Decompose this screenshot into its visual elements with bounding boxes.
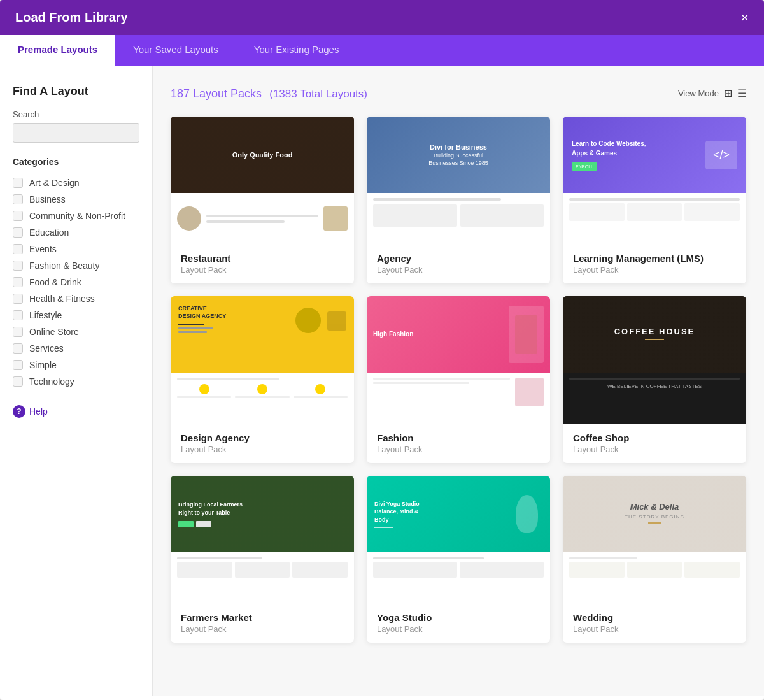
category-education[interactable]: Education: [13, 224, 139, 241]
card-info-design-agency: Design Agency Layout Pack: [171, 424, 354, 463]
search-label: Search: [13, 110, 139, 119]
card-info-fashion: Fashion Layout Pack: [367, 424, 550, 463]
card-preview-coffee-shop: COFFEE HOUSE WE BELIEVE IN COFFEE THAT T…: [563, 296, 746, 424]
layout-card-wedding[interactable]: Mick & Della THE STORY BEGINS: [563, 476, 746, 643]
checkbox-health[interactable]: [13, 294, 23, 304]
card-preview-wedding: Mick & Della THE STORY BEGINS: [563, 476, 746, 603]
content-header: 187 Layout Packs (1383 Total Layouts) Vi…: [171, 85, 746, 101]
sidebar: Find A Layout Search Categories Art & De…: [0, 66, 153, 696]
checkbox-services[interactable]: [13, 343, 23, 354]
checkbox-simple[interactable]: [13, 360, 23, 370]
modal-container: Load From Library × Premade Layouts Your…: [0, 0, 764, 700]
card-info-agency: Agency Layout Pack: [367, 244, 550, 283]
card-info-yoga-studio: Yoga Studio Layout Pack: [367, 603, 550, 643]
category-business[interactable]: Business: [13, 191, 139, 208]
checkbox-online-store[interactable]: [13, 327, 23, 337]
category-fashion[interactable]: Fashion & Beauty: [13, 257, 139, 274]
sidebar-title: Find A Layout: [13, 85, 139, 98]
close-button[interactable]: ×: [740, 11, 749, 25]
category-services[interactable]: Services: [13, 340, 139, 357]
layout-count: 187 Layout Packs (1383 Total Layouts): [171, 85, 367, 101]
checkbox-lifestyle[interactable]: [13, 310, 23, 320]
category-food[interactable]: Food & Drink: [13, 274, 139, 290]
card-info-wedding: Wedding Layout Pack: [563, 603, 746, 643]
category-community[interactable]: Community & Non-Profit: [13, 208, 139, 224]
category-health[interactable]: Health & Fitness: [13, 290, 139, 307]
category-simple[interactable]: Simple: [13, 357, 139, 373]
layout-card-restaurant[interactable]: Only Quality Food Restaurant: [171, 117, 354, 283]
checkbox-technology[interactable]: [13, 376, 23, 387]
tab-premade[interactable]: Premade Layouts: [0, 35, 115, 66]
categories-title: Categories: [13, 157, 139, 167]
checkbox-fashion[interactable]: [13, 261, 23, 271]
layout-card-design-agency[interactable]: CREATIVEDESIGN AGENCY: [171, 296, 354, 463]
layout-card-yoga-studio[interactable]: Divi Yoga StudioBalance, Mind &Body: [367, 476, 550, 643]
card-info-lms: Learning Management (LMS) Layout Pack: [563, 244, 746, 283]
layout-card-fashion[interactable]: High Fashion: [367, 296, 550, 463]
category-art-design[interactable]: Art & Design: [13, 175, 139, 191]
card-preview-fashion: High Fashion: [367, 296, 550, 424]
main-content: 187 Layout Packs (1383 Total Layouts) Vi…: [153, 66, 764, 696]
card-info-farmers-market: Farmers Market Layout Pack: [171, 603, 354, 643]
checkbox-education[interactable]: [13, 227, 23, 238]
card-info-restaurant: Restaurant Layout Pack: [171, 244, 354, 283]
checkbox-events[interactable]: [13, 244, 23, 254]
modal-body: Find A Layout Search Categories Art & De…: [0, 66, 764, 696]
card-preview-farmers-market: Bringing Local FarmersRight to your Tabl…: [171, 476, 354, 603]
list-view-icon[interactable]: ☰: [737, 87, 746, 99]
category-online-store[interactable]: Online Store: [13, 324, 139, 340]
help-link[interactable]: ? Help: [13, 405, 139, 418]
layout-grid: Only Quality Food Restaurant: [171, 117, 746, 643]
checkbox-community[interactable]: [13, 211, 23, 221]
search-input[interactable]: [13, 123, 139, 143]
category-lifestyle[interactable]: Lifestyle: [13, 307, 139, 324]
categories-list: Art & Design Business Community & Non-Pr…: [13, 175, 139, 390]
layout-card-farmers-market[interactable]: Bringing Local FarmersRight to your Tabl…: [171, 476, 354, 643]
layout-card-coffee-shop[interactable]: COFFEE HOUSE WE BELIEVE IN COFFEE THAT T…: [563, 296, 746, 463]
category-events[interactable]: Events: [13, 241, 139, 257]
grid-view-icon[interactable]: ⊞: [724, 87, 732, 99]
tab-existing[interactable]: Your Existing Pages: [236, 35, 357, 66]
card-preview-design-agency: CREATIVEDESIGN AGENCY: [171, 296, 354, 424]
layout-card-lms[interactable]: Learn to Code Websites,Apps & Games ENRO…: [563, 117, 746, 283]
card-preview-restaurant: Only Quality Food: [171, 117, 354, 244]
tab-saved[interactable]: Your Saved Layouts: [115, 35, 236, 66]
view-mode-controls: View Mode ⊞ ☰: [678, 87, 746, 99]
card-preview-lms: Learn to Code Websites,Apps & Games ENRO…: [563, 117, 746, 244]
card-info-coffee-shop: Coffee Shop Layout Pack: [563, 424, 746, 463]
checkbox-art-design[interactable]: [13, 178, 23, 188]
category-technology[interactable]: Technology: [13, 373, 139, 390]
modal-header: Load From Library ×: [0, 0, 764, 35]
modal-title: Load From Library: [15, 10, 128, 25]
checkbox-food[interactable]: [13, 277, 23, 287]
modal-tabs: Premade Layouts Your Saved Layouts Your …: [0, 35, 764, 66]
layout-card-agency[interactable]: Divi for BusinessBuilding SuccessfulBusi…: [367, 117, 550, 283]
card-preview-yoga-studio: Divi Yoga StudioBalance, Mind &Body: [367, 476, 550, 603]
help-icon: ?: [13, 405, 25, 418]
checkbox-business[interactable]: [13, 194, 23, 204]
card-preview-agency: Divi for BusinessBuilding SuccessfulBusi…: [367, 117, 550, 244]
